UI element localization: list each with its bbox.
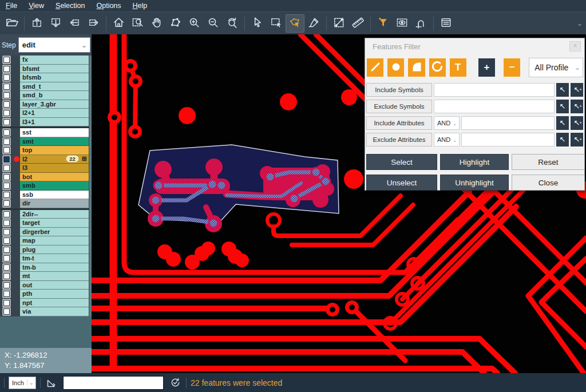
active-layer-marker-cell[interactable] (13, 164, 20, 173)
select-button[interactable]: Select (366, 154, 437, 170)
include-attributes-button[interactable]: Include Attributes (366, 116, 432, 130)
and-or-select[interactable]: AND⌄ (434, 116, 460, 130)
snap-mode-tool-button[interactable] (411, 14, 430, 33)
active-layer-marker-cell[interactable] (13, 109, 20, 118)
pick-add-from-canvas-button[interactable]: ↖+ (571, 83, 583, 97)
layer-name-l2[interactable]: l222⊞ (20, 155, 89, 164)
menu-item-help[interactable]: Help (127, 0, 153, 11)
select-polygon-tool-button[interactable] (286, 14, 304, 33)
layer-name-sst[interactable]: sst (20, 128, 89, 137)
pick-from-canvas-button[interactable]: ↖ (556, 116, 569, 130)
layer-name-target[interactable]: target (20, 219, 89, 228)
active-layer-marker-cell[interactable] (13, 191, 20, 200)
layer-name-dirgerber[interactable]: dirgerber (20, 228, 89, 237)
layer-name-l3+1[interactable]: l3+1 (20, 118, 89, 127)
dialog-titlebar[interactable]: Features Filter × (365, 38, 584, 54)
layer-name-fx[interactable]: fx (20, 56, 89, 65)
layer-name-dir[interactable]: dir (20, 199, 89, 208)
pick-add-from-canvas-button[interactable]: ↖+ (571, 100, 583, 113)
include-symbols-button[interactable]: Include Symbols (366, 83, 432, 97)
layer-visibility-checkbox[interactable] (3, 192, 10, 198)
pick-add-from-canvas-button[interactable]: ↖+ (571, 133, 583, 146)
layer-visibility-checkbox[interactable] (3, 183, 10, 189)
layer-name-smd_t[interactable]: smd_t (20, 82, 89, 92)
layer-visibility-checkbox[interactable] (3, 308, 10, 315)
menu-item-view[interactable]: View (23, 0, 50, 11)
zoom-polygon-tool-button[interactable] (166, 14, 185, 33)
layer-name-tm-t[interactable]: tm-t (20, 254, 89, 263)
active-layer-marker-cell[interactable] (13, 155, 20, 164)
layer-visibility-checkbox[interactable] (3, 220, 10, 226)
layer-visibility-checkbox[interactable] (3, 291, 10, 297)
measure-line-tool-button[interactable] (330, 14, 349, 33)
unhighlight-button[interactable]: Unhighlight (440, 175, 509, 191)
active-layer-marker-cell[interactable] (13, 173, 20, 182)
pick-add-from-canvas-button[interactable]: ↖+ (571, 116, 583, 130)
layer-name-layer_3.gbr[interactable]: layer_3.gbr (20, 100, 89, 109)
view-shift-left-tool-button[interactable] (65, 14, 84, 33)
active-layer-marker-cell[interactable] (13, 299, 20, 308)
layer-list-scrollbar[interactable] (89, 56, 92, 316)
step-selector[interactable]: edit ⌄ (18, 37, 90, 53)
layer-visibility-checkbox[interactable] (3, 300, 10, 306)
layer-name-npt[interactable]: npt (20, 299, 89, 308)
layer-visibility-checkbox[interactable] (3, 129, 10, 136)
layer-visibility-checkbox[interactable] (3, 264, 10, 271)
active-layer-marker-cell[interactable] (13, 290, 20, 299)
feature-arc-filter-button[interactable] (429, 58, 446, 77)
layer-visibility-checkbox[interactable] (3, 138, 10, 145)
pick-from-canvas-button[interactable]: ↖ (556, 100, 569, 113)
layer-visibility-checkbox[interactable] (3, 174, 10, 180)
active-layer-marker-cell[interactable] (13, 100, 20, 109)
layer-name-l2+1[interactable]: l2+1 (20, 109, 89, 118)
pan-hand-tool-button[interactable] (147, 14, 166, 33)
features-filter-tool-button[interactable] (374, 14, 393, 33)
angle-measure-icon[interactable] (45, 377, 58, 389)
menu-item-options[interactable]: Options (90, 0, 126, 11)
select-rectangle-tool-button[interactable] (267, 14, 286, 33)
feature-line-filter-button[interactable] (367, 58, 383, 77)
feature-surface-filter-button[interactable] (408, 58, 425, 77)
remove-mode-button[interactable]: − (504, 58, 520, 77)
active-layer-marker-cell[interactable] (13, 56, 20, 65)
layer-name-bot[interactable]: bot (20, 173, 89, 182)
active-layer-marker-cell[interactable] (13, 118, 20, 127)
view-shift-right-tool-button[interactable] (84, 14, 103, 33)
layer-name-pth[interactable]: pth (20, 290, 89, 299)
active-layer-marker-cell[interactable] (13, 263, 20, 272)
zoom-previous-tool-button[interactable] (223, 14, 241, 33)
active-layer-marker-cell[interactable] (13, 236, 20, 246)
menu-item-file[interactable]: File (0, 0, 23, 11)
layer-visibility-checkbox[interactable] (3, 282, 10, 288)
highlight-button[interactable]: Highlight (440, 154, 509, 170)
layer-name-bfsmt[interactable]: bfsmt (20, 65, 89, 74)
active-layer-marker-cell[interactable] (13, 82, 20, 92)
view-shift-down-tool-button[interactable] (46, 14, 65, 33)
and-or-select[interactable]: AND⌄ (434, 133, 460, 146)
add-mode-button[interactable]: + (478, 58, 495, 77)
layer-name-smb[interactable]: smb (20, 181, 89, 191)
view-visibility-tool-button[interactable] (393, 14, 411, 33)
layer-name-bfsmb[interactable]: bfsmb (20, 73, 89, 82)
unit-select[interactable]: Inch ⌄ (9, 377, 36, 389)
layer-name-map[interactable]: map (20, 236, 89, 246)
clear-brush-tool-button[interactable] (304, 14, 323, 33)
layer-visibility-checkbox[interactable] (3, 74, 10, 81)
layer-visibility-checkbox[interactable] (3, 229, 10, 235)
zoom-out-tool-button[interactable] (204, 14, 223, 33)
layer-name-l3[interactable]: l3 (20, 164, 89, 173)
layer-visibility-checkbox[interactable] (3, 156, 10, 163)
exclude-attributes-button[interactable]: Exclude Attributes (366, 133, 432, 146)
toolbar-overflow-chevron-icon[interactable]: ⌄ (577, 19, 583, 27)
feature-text-filter-button[interactable]: T (450, 58, 466, 77)
command-input[interactable] (63, 376, 164, 390)
active-layer-marker-cell[interactable] (13, 246, 20, 255)
active-layer-marker-cell[interactable] (13, 281, 20, 290)
layer-visibility-checkbox[interactable] (3, 57, 10, 63)
active-layer-marker-cell[interactable] (13, 219, 20, 228)
active-layer-marker-cell[interactable] (13, 210, 20, 219)
home-view-tool-button[interactable] (109, 14, 128, 33)
layer-visibility-checkbox[interactable] (3, 119, 10, 125)
zoom-window-tool-button[interactable] (128, 14, 147, 33)
close-icon[interactable]: × (569, 41, 581, 52)
